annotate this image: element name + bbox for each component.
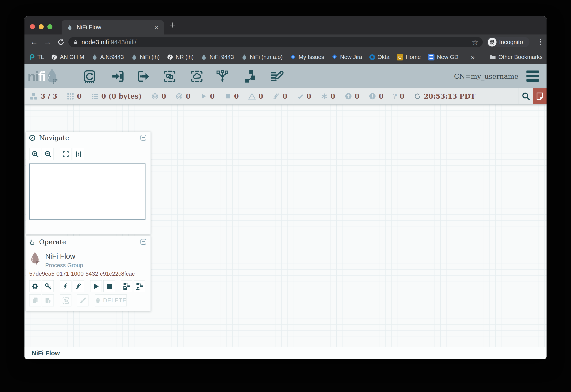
change-color-button[interactable] — [77, 294, 88, 307]
hand-pointer-icon — [29, 238, 36, 245]
new-tab-button[interactable]: + — [170, 20, 176, 30]
bookmark-new-gd[interactable]: New GD — [428, 54, 458, 60]
label-component-icon[interactable] — [270, 70, 284, 83]
forward-icon[interactable]: → — [44, 38, 52, 46]
close-tab-icon[interactable]: × — [154, 24, 159, 31]
bookmark-my-issues[interactable]: My Issues — [290, 54, 324, 60]
bookmark-star-icon[interactable]: ☆ — [472, 38, 478, 46]
breadcrumb-root[interactable]: NiFi Flow — [32, 350, 60, 357]
template-component-icon[interactable] — [243, 70, 257, 83]
logo-ni: ni — [28, 69, 38, 84]
zoom-actual-size-button[interactable] — [73, 148, 84, 160]
flow-canvas[interactable]: Navigate Operate — [25, 104, 546, 347]
nifi-status-bar: 3 / 3 0 0 (0 bytes) 0 0 0 0 0 0 0 0 0 0 … — [25, 88, 546, 104]
bookmark-nifi-9443[interactable]: NiFi 9443 — [201, 54, 234, 60]
bolt-slash-icon — [75, 283, 82, 290]
browser-toolbar: ← → node3.nifi:9443/nifi/ ☆ Incognito ⋮ — [25, 34, 546, 50]
change-flow-version-button[interactable] — [134, 280, 145, 292]
close-window-button[interactable] — [30, 24, 35, 29]
access-policies-button[interactable] — [42, 280, 54, 292]
bookmark-nifi-nnao[interactable]: NiFi (n.n.a.o) — [241, 54, 283, 60]
navigate-title: Navigate — [39, 134, 69, 142]
paste-icon — [44, 297, 52, 304]
nifi-drop-icon — [131, 54, 137, 60]
check-icon — [297, 93, 304, 100]
funnel-component-icon[interactable] — [216, 70, 229, 83]
process-group-component-icon[interactable] — [163, 70, 176, 83]
brush-icon — [79, 297, 87, 304]
paste-button[interactable] — [42, 294, 54, 307]
active-threads-status: 0 — [67, 92, 82, 100]
bookmark-nr-lh[interactable]: NR (lh) — [167, 54, 193, 60]
key-icon — [44, 283, 52, 290]
back-icon[interactable]: ← — [30, 38, 38, 46]
minimize-window-button[interactable] — [39, 24, 44, 29]
browser-tab[interactable]: NiFi Flow × — [62, 20, 164, 34]
operate-title: Operate — [39, 238, 66, 246]
enable-button[interactable] — [60, 280, 72, 292]
zoom-in-icon — [31, 150, 39, 158]
zoom-fit-button[interactable] — [60, 148, 72, 160]
selection-type: Process Group — [45, 262, 83, 269]
home-c-icon: C — [397, 54, 403, 60]
delete-button[interactable]: DELETE — [95, 294, 127, 307]
nifi-drop-logo-icon — [46, 68, 58, 85]
maximize-window-button[interactable] — [47, 24, 52, 29]
save-flow-version-icon — [123, 282, 131, 290]
birdseye-minimap[interactable] — [29, 164, 146, 220]
bookmark-an9443[interactable]: A.N:9443 — [91, 54, 124, 60]
disable-button[interactable] — [73, 280, 84, 292]
bookmark-new-jira[interactable]: New Jira — [331, 54, 362, 60]
global-menu-icon[interactable] — [527, 70, 539, 82]
browser-window: NiFi Flow × + ← → node3.nifi:9443/nifi/ … — [25, 16, 546, 359]
bookmark-home[interactable]: CHome — [397, 54, 421, 60]
collapse-navigate-button[interactable] — [140, 135, 146, 140]
reload-icon[interactable] — [57, 38, 65, 46]
incognito-icon — [488, 38, 497, 46]
group-button[interactable] — [60, 294, 72, 307]
locally-modified-stale-status: 0 — [369, 92, 384, 100]
bookmark-nifi-lh[interactable]: NiFi (lh) — [131, 54, 160, 60]
processor-component-icon[interactable] — [83, 70, 96, 83]
navigate-header: Navigate — [26, 132, 150, 143]
refresh-icon[interactable] — [414, 93, 421, 100]
running-status: 0 — [200, 92, 215, 100]
zoom-in-button[interactable] — [29, 148, 41, 160]
up-to-date-status: 0 — [297, 92, 311, 100]
gdoc-icon — [428, 54, 435, 60]
configure-button[interactable] — [29, 280, 41, 292]
bookmark-an-gh-m[interactable]: AN GH M — [51, 54, 84, 60]
bookmark-okta[interactable]: Okta — [369, 54, 390, 60]
transmitting-icon — [151, 93, 159, 100]
bookmarks-bar: TL AN GH M A.N:9443 NiFi (lh) NR (lh) Ni… — [25, 50, 546, 64]
breadcrumb-bar: NiFi Flow — [25, 347, 546, 359]
zoom-out-button[interactable] — [42, 148, 54, 160]
output-port-component-icon[interactable] — [137, 70, 150, 83]
copy-icon — [31, 297, 39, 304]
remote-process-group-component-icon[interactable] — [190, 70, 204, 83]
bookmark-tl[interactable]: TL — [29, 54, 44, 60]
okta-icon — [369, 54, 375, 60]
start-button[interactable] — [90, 280, 102, 292]
nifi-favicon-icon — [67, 25, 73, 30]
play-icon — [92, 282, 100, 291]
stop-button[interactable] — [103, 280, 115, 292]
copy-button[interactable] — [29, 294, 41, 307]
operate-panel: Operate NiFi Flow Process Group 57de9ea5… — [26, 236, 151, 311]
browser-menu-icon[interactable]: ⋮ — [537, 37, 544, 46]
bulletin-board-button[interactable] — [533, 88, 546, 104]
jira-icon — [290, 54, 296, 60]
url-bar[interactable]: node3.nifi:9443/nifi/ ☆ — [68, 37, 483, 47]
search-button[interactable] — [519, 88, 533, 104]
globe-icon — [167, 54, 173, 60]
url-path: :9443/nifi/ — [109, 39, 136, 46]
status-bar-right — [519, 88, 546, 104]
save-flow-version-button[interactable] — [121, 280, 132, 292]
other-bookmarks-button[interactable]: Other Bookmarks — [490, 54, 542, 60]
input-port-component-icon[interactable] — [111, 70, 125, 83]
transmitting-status: 0 — [151, 92, 166, 100]
bookmarks-overflow-chevron[interactable]: » — [471, 54, 475, 61]
incognito-badge: Incognito — [487, 37, 529, 47]
zoom-fit-icon — [62, 150, 70, 158]
collapse-operate-button[interactable] — [140, 239, 146, 245]
